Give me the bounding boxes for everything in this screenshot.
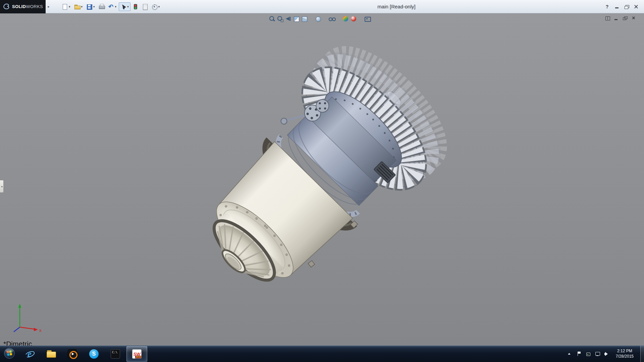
menu-expand-button[interactable]: ▸ xyxy=(46,0,52,13)
media-player-taskbar-button[interactable] xyxy=(62,346,83,362)
section-view-icon[interactable] xyxy=(292,15,300,22)
view-orientation-icon[interactable] xyxy=(301,15,308,22)
minimize-doc-button[interactable] xyxy=(613,15,619,21)
open-button[interactable]: ▾ xyxy=(73,2,85,11)
print-button[interactable] xyxy=(97,2,106,11)
view-settings-icon[interactable] xyxy=(364,15,371,22)
select-button[interactable]: ▾ xyxy=(119,2,130,11)
restore-button[interactable] xyxy=(622,3,631,10)
titlebar-toolbar: ▾▾▾↶▾▾▾ xyxy=(60,2,161,11)
solidworks-taskbar-button[interactable]: SW2015 xyxy=(126,346,147,362)
options-icon xyxy=(151,3,158,10)
close-doc-button[interactable]: × xyxy=(631,15,637,21)
undo-icon: ↶ xyxy=(108,3,114,10)
dropdown-caret-icon[interactable]: ▾ xyxy=(80,5,84,8)
panel-collapse-tab[interactable]: ◂ xyxy=(0,180,4,193)
skype-icon: S xyxy=(89,349,99,359)
print-icon xyxy=(98,3,105,10)
file-properties-button[interactable] xyxy=(141,2,149,11)
show-desktop-button[interactable] xyxy=(640,346,644,362)
restore-doc-button[interactable] xyxy=(622,15,628,21)
help-button[interactable]: ? xyxy=(603,3,611,10)
clock-time: 2:12 PM xyxy=(616,349,634,354)
select-icon xyxy=(120,3,126,10)
command-prompt-icon: C:\ xyxy=(111,349,120,359)
brand-name: SOLIDWORKS xyxy=(12,4,43,9)
display-style-icon[interactable] xyxy=(314,15,322,22)
zoom-to-area-icon[interactable] xyxy=(276,15,284,22)
usb-icon[interactable] xyxy=(585,351,591,357)
minimize-button[interactable] xyxy=(612,3,621,10)
engine-model xyxy=(0,13,644,346)
taskbar-clock[interactable]: 2:12 PM 7/28/2015 xyxy=(613,349,636,359)
windows-start-icon xyxy=(4,348,15,360)
view-orientation-label: *Dimetric xyxy=(3,340,32,346)
file-properties-icon xyxy=(142,3,148,10)
new-document-icon xyxy=(61,3,68,10)
headsup-toolbar xyxy=(268,15,371,22)
internet-explorer-icon: e xyxy=(25,349,34,359)
dropdown-caret-icon[interactable]: ▾ xyxy=(126,5,129,8)
save-icon xyxy=(86,3,93,10)
taskbar: eSC:\SW2015 2:12 PM 7/28/2015 xyxy=(0,346,644,362)
document-title: main [Read-only] xyxy=(377,4,415,9)
hidden-icons-icon[interactable] xyxy=(566,351,572,357)
solidworks-badge: 2015 xyxy=(135,356,141,358)
windows-explorer-icon xyxy=(46,349,56,359)
titlebar: SOLIDWORKS ▸ ▾▾▾↶▾▾▾ main [Read-only] ? xyxy=(0,0,644,13)
apply-scene-icon[interactable] xyxy=(350,15,357,22)
internet-explorer-taskbar-button[interactable]: e xyxy=(19,346,40,362)
taskbar-apps: eSC:\SW2015 xyxy=(19,346,148,362)
window-controls: ? xyxy=(603,3,644,10)
solidworks-brand: SOLIDWORKS xyxy=(0,0,46,13)
clock-date: 7/28/2015 xyxy=(616,354,634,359)
dropdown-caret-icon[interactable]: ▾ xyxy=(114,5,117,8)
undo-button[interactable]: ↶▾ xyxy=(107,2,118,11)
windows-explorer-taskbar-button[interactable] xyxy=(41,346,61,362)
3ds-logo-icon xyxy=(3,2,10,11)
action-center-icon[interactable] xyxy=(576,351,582,357)
dropdown-caret-icon[interactable]: ▾ xyxy=(93,5,96,8)
edit-appearance-icon[interactable] xyxy=(342,15,349,22)
zoom-to-fit-icon[interactable] xyxy=(268,15,276,22)
tile-window-button[interactable] xyxy=(604,15,610,21)
triad-x-label: x xyxy=(39,328,42,333)
system-tray: 2:12 PM 7/28/2015 xyxy=(566,346,644,362)
tray-icons xyxy=(566,351,610,357)
options-button[interactable]: ▾ xyxy=(150,2,162,11)
hide-show-items-icon[interactable] xyxy=(328,15,335,22)
doc-window-controls: × xyxy=(604,15,637,21)
start-button[interactable] xyxy=(0,346,19,362)
dropdown-caret-icon[interactable]: ▾ xyxy=(158,5,161,8)
network-icon[interactable] xyxy=(594,351,600,357)
rebuild-button[interactable] xyxy=(131,2,140,11)
solidworks-icon: SW2015 xyxy=(132,349,142,359)
save-button[interactable]: ▾ xyxy=(85,2,97,11)
graphics-viewport[interactable]: × ◂ x *Dimetric xyxy=(0,13,644,346)
media-player-icon xyxy=(68,349,77,359)
open-icon xyxy=(74,3,80,10)
rebuild-icon xyxy=(132,3,139,10)
volume-icon[interactable] xyxy=(604,351,610,357)
command-prompt-taskbar-button[interactable]: C:\ xyxy=(105,346,126,362)
orientation-triad: x xyxy=(4,295,47,335)
close-button[interactable] xyxy=(632,3,641,10)
skype-taskbar-button[interactable]: S xyxy=(84,346,104,362)
new-document-button[interactable]: ▾ xyxy=(60,2,72,11)
previous-view-icon[interactable] xyxy=(284,15,292,22)
dropdown-caret-icon[interactable]: ▾ xyxy=(68,5,71,8)
